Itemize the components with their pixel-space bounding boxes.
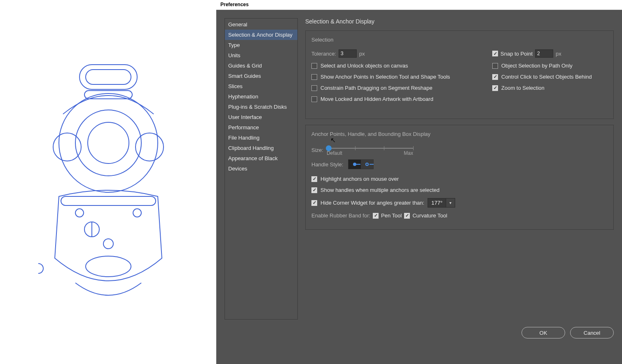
sidebar-item-appearance-black[interactable]: Appearance of Black — [225, 153, 297, 163]
cb-show-anchor-points-label: Show Anchor Points in Selection Tool and… — [320, 74, 450, 80]
slider-default-label: Default — [327, 150, 342, 156]
corner-angle-value: 177° — [428, 200, 446, 206]
snap-unit: px — [556, 51, 561, 57]
cb-zoom-to-selection-label: Zoom to Selection — [501, 85, 545, 91]
dialog-title: Preferences — [216, 0, 622, 10]
ok-button[interactable]: OK — [521, 327, 565, 338]
anchor-group: Anchor Points, Handle, and Bounding Box … — [305, 125, 614, 230]
svg-point-5 — [53, 133, 81, 161]
cb-rb-pen[interactable] — [373, 213, 379, 219]
size-slider-handle[interactable] — [326, 145, 332, 151]
corner-angle-dropdown[interactable]: 177° ▾ — [428, 198, 455, 208]
sidebar-item-units[interactable]: Units — [225, 50, 297, 61]
canvas-area — [0, 0, 216, 364]
handle-style-filled[interactable] — [348, 160, 361, 169]
cb-show-anchor-points[interactable] — [311, 74, 317, 80]
svg-point-3 — [75, 110, 141, 176]
helmet-artwork — [38, 61, 178, 303]
sidebar-item-selection-anchor[interactable]: Selection & Anchor Display — [225, 30, 297, 40]
cb-object-selection-path-label: Object Selection by Path Only — [501, 63, 573, 69]
svg-point-2 — [59, 93, 158, 192]
sidebar-item-smart-guides[interactable]: Smart Guides — [225, 71, 297, 81]
content-title: Selection & Anchor Display — [305, 18, 614, 25]
sidebar-item-hyphenation[interactable]: Hyphenation — [225, 91, 297, 102]
svg-point-14 — [38, 264, 43, 273]
cb-constrain-path-drag-label: Constrain Path Dragging on Segment Resha… — [320, 85, 433, 91]
cb-show-handles-multiple-label: Show handles when multiple anchors are s… — [320, 187, 440, 193]
cb-control-click-behind[interactable] — [492, 74, 498, 80]
handle-style-label: Handle Style: — [311, 161, 343, 168]
size-label: Size: — [311, 147, 323, 153]
cb-select-unlock-label: Select and Unlock objects on canvas — [320, 63, 408, 69]
svg-point-7 — [103, 239, 113, 249]
cb-highlight-anchors[interactable] — [311, 176, 317, 182]
svg-rect-9 — [61, 196, 156, 205]
tolerance-unit: px — [359, 51, 365, 57]
size-row: Size: — [311, 144, 608, 156]
cb-hide-corner-widget-label: Hide Corner Widget for angles greater th… — [320, 200, 424, 206]
preferences-sidebar: General Selection & Anchor Display Type … — [224, 18, 298, 320]
svg-point-6 — [136, 133, 164, 161]
cb-select-unlock[interactable] — [311, 63, 317, 69]
handle-filled-icon — [353, 163, 356, 166]
tolerance-row: Tolerance: px — [311, 49, 476, 58]
sidebar-item-general[interactable]: General — [225, 19, 297, 30]
sidebar-item-type[interactable]: Type — [225, 40, 297, 50]
sidebar-item-performance[interactable]: Performance — [225, 122, 297, 133]
tolerance-input[interactable] — [339, 49, 357, 58]
handle-style-toggle — [348, 159, 374, 169]
selection-group-title: Selection — [311, 37, 608, 43]
svg-rect-15 — [84, 91, 132, 99]
svg-rect-0 — [80, 65, 137, 89]
svg-rect-1 — [86, 70, 131, 84]
handle-style-hollow[interactable] — [361, 160, 373, 169]
slider-max-label: Max — [404, 150, 413, 156]
sidebar-item-user-interface[interactable]: User Interface — [225, 112, 297, 122]
cb-zoom-to-selection[interactable] — [492, 85, 498, 91]
cb-snap-to-point[interactable] — [492, 51, 498, 56]
cb-rb-pen-label: Pen Tool — [381, 212, 402, 219]
sidebar-item-clipboard-handling[interactable]: Clipboard Handling — [225, 143, 297, 153]
selection-group: Selection Tolerance: px Select and Unloc… — [305, 30, 614, 119]
sidebar-item-slices[interactable]: Slices — [225, 81, 297, 91]
snap-input[interactable] — [535, 49, 553, 58]
cb-move-locked-hidden-label: Move Locked and Hidden Artwork with Artb… — [320, 96, 433, 102]
preferences-content: Selection & Anchor Display Selection Tol… — [305, 18, 614, 320]
cb-highlight-anchors-label: Highlight anchors on mouse over — [320, 176, 399, 182]
svg-point-13 — [133, 209, 141, 217]
handle-hollow-icon — [365, 163, 369, 166]
cb-rb-curvature[interactable] — [404, 213, 410, 219]
cb-object-selection-path[interactable] — [492, 63, 498, 69]
sidebar-item-plugins-scratch[interactable]: Plug-ins & Scratch Disks — [225, 102, 297, 112]
sidebar-item-guides-grid[interactable]: Guides & Grid — [225, 61, 297, 71]
sidebar-item-devices[interactable]: Devices — [225, 163, 297, 174]
svg-point-8 — [86, 256, 131, 277]
chevron-down-icon: ▾ — [446, 198, 455, 207]
cb-control-click-behind-label: Control Click to Select Objects Behind — [501, 74, 592, 80]
svg-point-12 — [75, 209, 84, 217]
svg-point-4 — [88, 122, 129, 163]
sidebar-item-file-handling[interactable]: File Handling — [225, 133, 297, 143]
cb-rb-curvature-label: Curvature Tool — [412, 212, 447, 219]
snap-label: Snap to Point — [500, 51, 533, 57]
anchor-group-title: Anchor Points, Handle, and Bounding Box … — [311, 131, 608, 137]
tolerance-label: Tolerance: — [311, 51, 336, 57]
size-slider[interactable] — [327, 144, 413, 149]
preferences-dialog: Preferences General Selection & Anchor D… — [216, 0, 622, 364]
dialog-footer: OK Cancel — [216, 320, 622, 346]
cb-move-locked-hidden[interactable] — [311, 96, 317, 102]
cb-hide-corner-widget[interactable] — [311, 200, 317, 206]
snap-row: Snap to Point px — [492, 49, 608, 58]
cancel-button[interactable]: Cancel — [570, 327, 614, 338]
cb-show-handles-multiple[interactable] — [311, 187, 317, 193]
rubber-band-label: Enable Rubber Band for: — [311, 212, 370, 219]
cb-constrain-path-drag[interactable] — [311, 85, 317, 91]
